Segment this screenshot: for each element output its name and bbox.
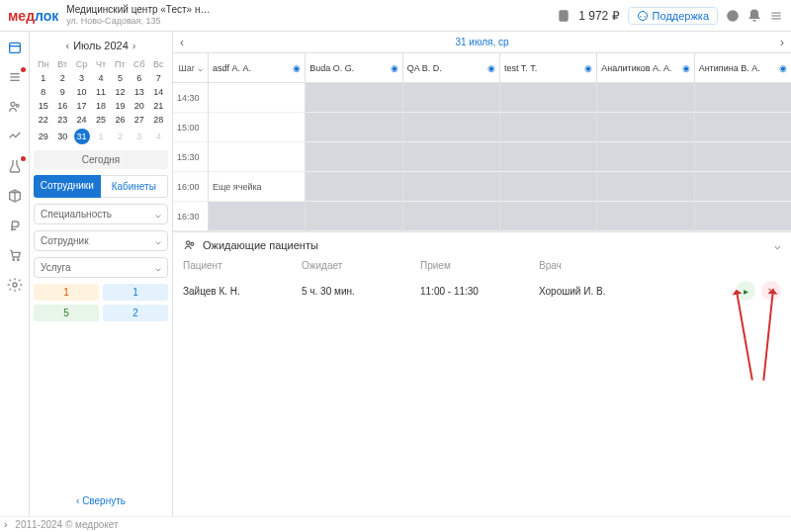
schedule-slot[interactable]: [500, 202, 596, 231]
visibility-icon[interactable]: ◉: [293, 63, 301, 73]
calendar-day[interactable]: 3: [72, 71, 91, 85]
calendar-day[interactable]: 31: [72, 127, 91, 146]
calendar-day[interactable]: 3: [130, 127, 148, 146]
balance[interactable]: 1 972 ₽: [578, 9, 619, 23]
calendar-day[interactable]: 17: [72, 99, 91, 113]
schedule-slot[interactable]: [597, 142, 693, 172]
schedule-slot[interactable]: [597, 113, 693, 142]
current-date[interactable]: 31 июля, ср: [455, 37, 508, 47]
filter-pill-4[interactable]: 2: [103, 305, 168, 321]
calendar-day[interactable]: 18: [91, 99, 110, 113]
schedule-slot[interactable]: [209, 83, 305, 113]
schedule-slot[interactable]: [695, 202, 791, 231]
schedule-slot[interactable]: [306, 83, 401, 113]
select-employee[interactable]: Сотрудник⌵: [34, 230, 168, 251]
filter-pill-2[interactable]: 1: [103, 284, 168, 301]
visibility-icon[interactable]: ◉: [779, 63, 787, 73]
calendar-day[interactable]: 25: [91, 113, 110, 127]
filter-pill-1[interactable]: 1: [34, 284, 99, 301]
calendar-day[interactable]: 4: [91, 71, 110, 85]
today-button[interactable]: Сегодня: [34, 150, 168, 169]
calendar-day[interactable]: 23: [52, 113, 71, 127]
month-next[interactable]: ›: [132, 40, 136, 51]
nav-settings[interactable]: [7, 277, 23, 293]
calendar-day[interactable]: 9: [52, 85, 71, 99]
calendar-day[interactable]: 8: [34, 85, 52, 99]
schedule-slot[interactable]: [695, 142, 791, 172]
schedule-slot[interactable]: [500, 172, 596, 202]
schedule-slot[interactable]: [597, 83, 693, 113]
schedule-slot[interactable]: [403, 113, 499, 142]
support-button[interactable]: Поддержка: [628, 7, 718, 25]
calendar-day[interactable]: 13: [130, 85, 148, 99]
start-appointment-button[interactable]: ▸: [736, 281, 755, 301]
staff-header[interactable]: asdf А. А.◉: [209, 53, 305, 83]
calendar-day[interactable]: 16: [52, 99, 71, 113]
waiting-row[interactable]: Зайцев К. Н. 5 ч. 30 мин. 11:00 - 11:30 …: [183, 277, 781, 305]
schedule-slot[interactable]: [306, 202, 401, 231]
select-service[interactable]: Услуга⌵: [34, 257, 168, 278]
date-prev[interactable]: ‹: [173, 36, 191, 49]
step-selector[interactable]: Шаг ⌵: [173, 53, 208, 83]
calendar-day[interactable]: 27: [130, 113, 148, 127]
schedule-slot[interactable]: [209, 202, 305, 231]
nav-lab[interactable]: [7, 158, 23, 174]
nav-cart[interactable]: [7, 247, 23, 263]
nav-finance[interactable]: [7, 218, 23, 233]
staff-header[interactable]: test T. T.◉: [500, 53, 596, 83]
month-prev[interactable]: ‹: [66, 40, 70, 51]
calendar-day[interactable]: 11: [91, 85, 110, 99]
schedule-slot[interactable]: [500, 113, 596, 142]
nav-inventory[interactable]: [7, 188, 23, 204]
calendar-day[interactable]: 14: [149, 85, 168, 99]
schedule-slot[interactable]: [695, 113, 791, 142]
schedule-slot[interactable]: [306, 172, 401, 202]
schedule-slot[interactable]: [500, 83, 596, 113]
visibility-icon[interactable]: ◉: [584, 63, 592, 73]
help-icon[interactable]: [726, 9, 740, 23]
schedule-slot[interactable]: [500, 142, 596, 172]
schedule-slot[interactable]: [403, 202, 499, 231]
schedule-slot[interactable]: [209, 142, 305, 172]
calendar-day[interactable]: 5: [111, 71, 130, 85]
calendar-day[interactable]: 7: [149, 71, 168, 85]
calendar-day[interactable]: 30: [52, 127, 71, 146]
nav-stats[interactable]: [7, 129, 23, 144]
nav-tasks[interactable]: [7, 69, 23, 85]
cancel-appointment-button[interactable]: ✕: [761, 281, 781, 301]
nav-patients[interactable]: [7, 99, 23, 115]
staff-header[interactable]: QA B. D.◉: [403, 53, 499, 83]
collapse-sidebar[interactable]: ‹ Свернуть: [34, 491, 168, 510]
staff-header[interactable]: Антипина В. А.◉: [695, 53, 791, 83]
staff-header[interactable]: Buda О. G.◉: [306, 53, 401, 83]
schedule-slot[interactable]: [306, 113, 401, 142]
expand-rail[interactable]: ›: [4, 519, 7, 530]
visibility-icon[interactable]: ◉: [682, 63, 690, 73]
calendar-day[interactable]: 6: [130, 71, 148, 85]
menu-icon[interactable]: [769, 9, 783, 23]
visibility-icon[interactable]: ◉: [391, 63, 398, 73]
calendar-day[interactable]: 15: [34, 99, 52, 113]
tab-employees[interactable]: Сотрудники: [34, 175, 101, 198]
calendar-day[interactable]: 12: [111, 85, 130, 99]
calendar-day[interactable]: 19: [111, 99, 130, 113]
calendar-day[interactable]: 28: [149, 113, 168, 127]
calendar-day[interactable]: 1: [91, 127, 110, 146]
visibility-icon[interactable]: ◉: [487, 63, 495, 73]
date-next[interactable]: ›: [773, 36, 791, 49]
schedule-slot[interactable]: [695, 172, 791, 202]
schedule-slot[interactable]: Еще ячейка: [209, 172, 305, 202]
calendar-day[interactable]: 2: [111, 127, 130, 146]
filter-pill-3[interactable]: 5: [34, 305, 99, 321]
schedule-slot[interactable]: [695, 83, 791, 113]
mini-calendar[interactable]: ПнВтСрЧтПтСбВс 1234567891011121314151617…: [34, 57, 168, 146]
calendar-day[interactable]: 26: [111, 113, 130, 127]
calendar-day[interactable]: 24: [72, 113, 91, 127]
calendar-day[interactable]: 1: [34, 71, 52, 85]
schedule-slot[interactable]: [403, 83, 499, 113]
waiting-collapse[interactable]: ⌵: [774, 239, 781, 252]
schedule-slot[interactable]: [209, 113, 305, 142]
tab-rooms[interactable]: Кабинеты: [101, 175, 169, 198]
nav-calendar[interactable]: [7, 40, 23, 55]
schedule-slot[interactable]: [597, 172, 693, 202]
